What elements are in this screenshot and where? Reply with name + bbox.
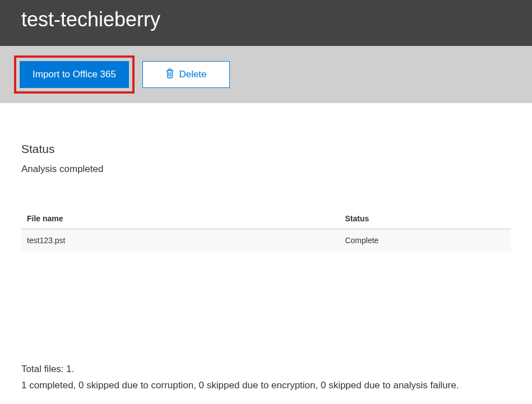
cell-filename: test123.pst [21, 229, 339, 252]
import-highlight-box: Import to Office 365 [14, 55, 135, 94]
status-heading: Status [21, 142, 511, 156]
import-button-label: Import to Office 365 [33, 69, 116, 80]
status-message: Analysis completed [21, 164, 511, 175]
summary-detail-line: 1 completed, 0 skipped due to corruption… [21, 378, 526, 394]
cell-status: Complete [339, 229, 511, 252]
column-header-filename[interactable]: File name [21, 208, 339, 229]
title-bar: test-techieberry [0, 0, 532, 46]
total-files-line: Total files: 1. [21, 361, 526, 378]
column-header-status[interactable]: Status [339, 208, 511, 229]
summary-block: Total files: 1. 1 completed, 0 skipped d… [21, 361, 526, 394]
file-table: File name Status test123.pst Complete [21, 208, 511, 252]
table-row[interactable]: test123.pst Complete [21, 229, 511, 252]
content-area: Status Analysis completed File name Stat… [0, 103, 532, 252]
delete-button-label: Delete [179, 69, 206, 80]
trash-icon [165, 68, 174, 81]
import-to-office-365-button[interactable]: Import to Office 365 [20, 61, 129, 88]
action-bar: Import to Office 365 Delete [0, 46, 532, 103]
page-title: test-techieberry [21, 7, 511, 33]
delete-button[interactable]: Delete [142, 61, 230, 88]
